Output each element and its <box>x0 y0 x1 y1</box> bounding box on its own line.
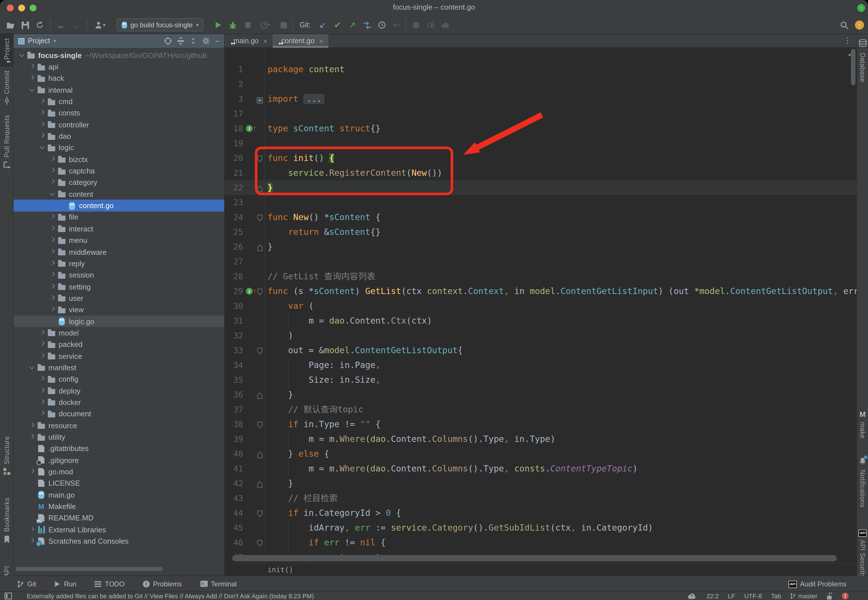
tree-item-file[interactable]: file <box>14 212 224 223</box>
tree-item-interact[interactable]: interact <box>14 223 224 235</box>
git-rollback-button[interactable]: ↩ <box>391 16 403 34</box>
code-line[interactable]: 27 <box>225 254 857 269</box>
tree-item-external-libraries[interactable]: External Libraries <box>14 524 224 535</box>
cloud-icon[interactable] <box>439 16 452 34</box>
tree-chevron-icon[interactable] <box>29 433 36 441</box>
code-line[interactable]: 32 ) <box>225 328 857 343</box>
tree-item-utility[interactable]: utility <box>14 431 224 443</box>
stop-button[interactable] <box>278 16 289 34</box>
tool-strip-tab-commit[interactable]: Commit <box>0 67 13 111</box>
tree-item-makefile[interactable]: MMakefile <box>14 501 224 512</box>
tree-chevron-icon[interactable] <box>29 468 36 476</box>
tool-window-button-audit-problems[interactable]: /APIAudit Problems <box>788 576 847 592</box>
tree-item-bizctx[interactable]: bizctx <box>14 153 224 165</box>
tree-item-content.go[interactable]: content.go <box>14 200 224 212</box>
code-line[interactable]: 46 if err != nil { <box>225 535 857 550</box>
code-line[interactable]: 3import ... <box>225 92 857 106</box>
tool-strip-tab-project[interactable]: Project <box>0 34 13 67</box>
tree-item-api[interactable]: api <box>14 61 224 73</box>
code-line[interactable]: 22} <box>225 180 857 195</box>
tree-chevron-icon[interactable] <box>39 329 46 337</box>
code-line[interactable]: 30 var ( <box>225 298 857 314</box>
code-line[interactable]: 44 if in.CategoryId > 0 { <box>225 506 857 520</box>
implementation-gutter-icon[interactable]: I↑ <box>246 284 257 298</box>
git-branch-widget[interactable]: master <box>790 592 817 599</box>
status-message[interactable]: Externally added files can be added to G… <box>27 592 678 599</box>
unlock-icon[interactable] <box>827 592 833 600</box>
find-usages-icon[interactable] <box>425 16 437 34</box>
tree-item-packed[interactable]: packed <box>14 339 224 350</box>
code-line[interactable]: 29I↑func (s *sContent) GetList(ctx conte… <box>225 284 857 298</box>
code-line[interactable]: 38 if in.Type != "" { <box>225 417 857 432</box>
tree-chevron-icon[interactable] <box>49 236 56 244</box>
tree-chevron-icon[interactable] <box>39 352 46 360</box>
editor-vertical-scrollbar[interactable] <box>851 49 856 85</box>
tree-chevron-icon[interactable] <box>39 98 46 105</box>
tree-chevron-icon[interactable] <box>49 283 56 290</box>
error-count-badge[interactable]: ! <box>842 592 849 599</box>
tree-item-reply[interactable]: reply <box>14 258 224 269</box>
package-hexagon-icon[interactable] <box>410 16 422 34</box>
tree-item-focus-single[interactable]: focus-single ~/Workspace/Go/GOPATH/src/g… <box>14 50 224 61</box>
tool-window-button-todo[interactable]: TODO <box>95 580 125 588</box>
git-merge-button[interactable] <box>361 16 373 34</box>
code-line[interactable]: 45 idArray, err := service.Category().Ge… <box>225 520 857 535</box>
expand-all-button[interactable] <box>177 37 184 45</box>
locate-file-button[interactable] <box>164 37 172 45</box>
tree-item-document[interactable]: document <box>14 408 224 420</box>
tree-item-license[interactable]: LICENSE <box>14 477 224 489</box>
fold-marker-icon[interactable] <box>257 155 263 165</box>
tab-close-icon[interactable]: × <box>319 37 323 45</box>
tree-chevron-icon[interactable] <box>29 422 36 429</box>
tree-item-consts[interactable]: consts <box>14 107 224 119</box>
fold-marker-icon[interactable] <box>257 243 263 253</box>
tree-item-cmd[interactable]: cmd <box>14 96 224 108</box>
tree-chevron-icon[interactable] <box>49 214 56 221</box>
code-line[interactable]: 1package content <box>225 62 857 77</box>
git-push-button[interactable]: ↗ <box>346 16 359 34</box>
tool-window-toggle-icon[interactable] <box>5 592 12 599</box>
tree-item-dao[interactable]: dao <box>14 130 224 142</box>
git-update-button[interactable]: ↙ <box>316 16 329 34</box>
tree-item-controller[interactable]: controller <box>14 119 224 130</box>
tree-item-config[interactable]: config <box>14 373 224 385</box>
tool-window-button-problems[interactable]: !Problems <box>143 580 182 588</box>
update-available-badge[interactable]: ↑ <box>854 16 865 34</box>
tree-item-view[interactable]: view <box>14 304 224 316</box>
code-line[interactable]: 28// GetList 查询内容列表 <box>225 269 857 284</box>
tree-item-setting[interactable]: setting <box>14 281 224 292</box>
project-view-dropdown[interactable]: ▾ <box>53 38 56 44</box>
code-line[interactable]: 17 <box>225 106 857 121</box>
ide-update-icon[interactable]: ↑ <box>857 4 865 12</box>
tree-chevron-icon[interactable] <box>49 191 56 198</box>
fold-marker-icon[interactable] <box>257 288 263 298</box>
tree-chevron-icon[interactable] <box>39 121 46 128</box>
fold-expand-icon[interactable] <box>257 95 263 106</box>
code-line[interactable]: 41 m = m.Where(dao.Content.Columns().Typ… <box>225 461 857 476</box>
tree-item-scratches-and-consoles[interactable]: Scratches and Consoles <box>14 535 224 547</box>
tree-chevron-icon[interactable] <box>39 144 46 152</box>
code-line[interactable]: 40 } else { <box>225 447 857 461</box>
code-line[interactable]: 19 <box>225 136 857 151</box>
tab-options-kebab-icon[interactable]: ⋮ <box>844 36 851 45</box>
tree-chevron-icon[interactable] <box>29 538 36 545</box>
tool-strip-tab-bookmarks[interactable]: Bookmarks <box>0 494 13 549</box>
code-line[interactable]: 43 // 栏目检索 <box>225 491 857 506</box>
code-line[interactable]: 18I↑type sContent struct{} <box>225 121 857 136</box>
tree-chevron-icon[interactable] <box>49 271 56 279</box>
hide-panel-button[interactable]: − <box>215 36 220 45</box>
editor-tab-main-go[interactable]: main.go× <box>225 34 273 48</box>
tree-item-captcha[interactable]: captcha <box>14 165 224 177</box>
code-line[interactable]: 20func init() { <box>225 151 857 165</box>
tree-chevron-icon[interactable] <box>39 398 46 406</box>
code-line[interactable]: 2 <box>225 77 857 92</box>
code-line[interactable]: 25 return &sContent{} <box>225 225 857 239</box>
tree-item-middleware[interactable]: middleware <box>14 246 224 258</box>
debug-button[interactable] <box>227 16 239 34</box>
tree-item-session[interactable]: session <box>14 269 224 281</box>
tree-chevron-icon[interactable] <box>29 63 36 71</box>
code-line[interactable]: 26} <box>225 239 857 254</box>
tree-chevron-icon[interactable] <box>49 260 56 267</box>
tree-item-user[interactable]: user <box>14 292 224 304</box>
tree-item-main.go[interactable]: main.go <box>14 489 224 501</box>
